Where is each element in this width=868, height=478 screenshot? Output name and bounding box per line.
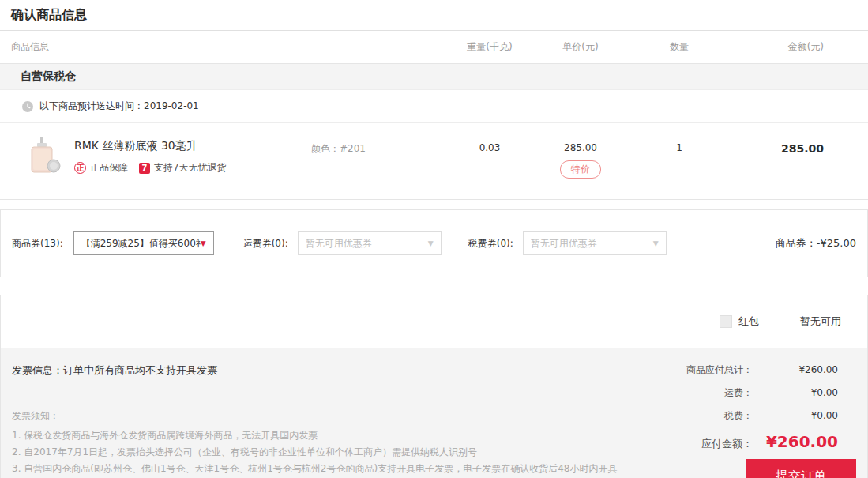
product-coupon-select[interactable]: 【满259减25】值得买600礼... ▼	[73, 231, 214, 255]
product-amount: 285.00	[731, 136, 846, 155]
payable-value: ¥260.00	[753, 432, 838, 451]
authentic-badge: 正 正品保障	[74, 161, 128, 175]
tax-coupon-select[interactable]: 暂无可用优惠券 ▼	[523, 231, 667, 255]
product-name[interactable]: RMK 丝薄粉底液 30毫升	[74, 139, 227, 153]
summary-subtotal-row: 商品应付总计： ¥260.00	[686, 363, 838, 386]
clock-icon	[22, 101, 33, 112]
tax-fee-label: 税费：	[724, 409, 753, 423]
redpacket-row: 红包 暂无可用	[1, 295, 867, 348]
redpacket-checkbox[interactable]	[720, 315, 732, 328]
product-info: RMK 丝薄粉底液 30毫升 正 正品保障 7 支持7天无忧退货	[74, 136, 227, 177]
order-summary: 商品应付总计： ¥260.00 运费： ¥0.00 税费： ¥0.00 应付金额…	[686, 363, 838, 455]
warehouse-section-title: 自营保税仓	[0, 64, 868, 90]
delivery-estimate-row: 以下商品预计送达时间：2019-02-01	[0, 90, 868, 123]
tax-coupon-label: 税费券(0):	[468, 237, 513, 250]
chevron-down-icon: ▼	[428, 239, 434, 247]
seven-day-icon: 7	[139, 163, 150, 174]
product-image[interactable]	[27, 136, 62, 177]
invoice-notes: 1. 保税仓发货商品与海外仓发货商品属跨境海外商品，无法开具国内发票 2. 自2…	[12, 427, 617, 478]
return-badge: 7 支持7天无忧退货	[139, 161, 227, 175]
shipping-fee-value: ¥0.00	[753, 387, 838, 398]
summary-shipping-row: 运费： ¥0.00	[686, 386, 838, 409]
col-header-qty: 数量	[628, 40, 731, 54]
chevron-down-icon: ▼	[201, 239, 206, 247]
subtotal-value: ¥260.00	[753, 364, 838, 375]
return-label: 支持7天无忧退货	[154, 161, 227, 175]
product-coupon-value: 【满259减25】值得买600礼...	[81, 237, 201, 250]
tax-fee-value: ¥0.00	[753, 410, 838, 421]
shipping-coupon-select[interactable]: 暂无可用优惠券 ▼	[298, 231, 442, 255]
spacer	[0, 200, 868, 209]
redpacket-label: 红包	[738, 314, 759, 329]
invoice-summary-section: 发票信息：订单中所有商品均不支持开具发票 发票须知： 1. 保税仓发货商品与海外…	[1, 348, 867, 478]
product-row: RMK 丝薄粉底液 30毫升 正 正品保障 7 支持7天无忧退货 颜色：#201…	[0, 123, 868, 200]
page-title: 确认商品信息	[11, 7, 857, 24]
product-weight: 0.03	[446, 136, 533, 153]
coupon-applied-amount: 商品券：-¥25.00	[776, 236, 856, 250]
invoice-notes-title: 发票须知：	[12, 409, 617, 423]
shipping-fee-label: 运费：	[724, 386, 753, 400]
submit-order-button[interactable]: 提交订单	[746, 459, 856, 478]
order-confirm-page: 确认商品信息 商品信息 重量(千克) 单价(元) 数量 金额(元) 自营保税仓 …	[0, 0, 868, 478]
product-cell: RMK 丝薄粉底液 30毫升 正 正品保障 7 支持7天无忧退货	[0, 136, 292, 177]
product-unit-price: 285.00	[533, 142, 628, 153]
table-header-row: 商品信息 重量(千克) 单价(元) 数量 金额(元)	[0, 31, 868, 64]
col-header-product: 商品信息	[0, 40, 292, 54]
col-header-price: 单价(元)	[533, 40, 628, 54]
product-quantity: 1	[628, 136, 731, 153]
warehouse-name: 自营保税仓	[21, 70, 76, 84]
special-price-tag: 特价	[560, 160, 601, 179]
invoice-note: 3. 自营国内仓商品(即苏州仓、佛山1号仓、天津1号仓、杭州1号仓与杭州2号仓的…	[12, 461, 617, 477]
spacer	[0, 277, 868, 295]
col-header-weight: 重量(千克)	[446, 40, 533, 54]
invoice-note: 2. 自2017年7月1日起，发票抬头选择公司（企业、有税号的非企业性单位和个体…	[12, 444, 617, 461]
authentic-icon: 正	[74, 162, 86, 174]
shipping-coupon-label: 运费券(0):	[243, 237, 288, 250]
page-header: 确认商品信息	[0, 0, 868, 31]
product-coupon-label: 商品券(13):	[12, 237, 63, 250]
payment-card: 红包 暂无可用 发票信息：订单中所有商品均不支持开具发票 发票须知： 1. 保税…	[0, 295, 868, 478]
payable-label: 应付金额：	[701, 437, 753, 451]
chevron-down-icon: ▼	[653, 239, 659, 247]
shipping-coupon-value: 暂无可用优惠券	[306, 237, 372, 250]
delivery-estimate-text: 以下商品预计送达时间：2019-02-01	[39, 100, 199, 113]
col-header-amount: 金额(元)	[731, 40, 846, 54]
subtotal-label: 商品应付总计：	[686, 363, 753, 377]
coupon-card: 商品券(13): 【满259减25】值得买600礼... ▼ 运费券(0): 暂…	[0, 209, 868, 277]
authentic-label: 正品保障	[90, 161, 128, 175]
tax-coupon-value: 暂无可用优惠券	[531, 237, 597, 250]
invoice-block: 发票信息：订单中所有商品均不支持开具发票 发票须知： 1. 保税仓发货商品与海外…	[12, 363, 617, 478]
invoice-note: 1. 保税仓发货商品与海外仓发货商品属跨境海外商品，无法开具国内发票	[12, 427, 617, 444]
product-price-cell: 285.00 特价	[533, 136, 628, 179]
summary-payable-row: 应付金额： ¥260.00	[686, 432, 838, 455]
invoice-info: 发票信息：订单中所有商品均不支持开具发票	[12, 363, 617, 378]
product-attr-color: 颜色：#201	[292, 136, 446, 156]
summary-tax-row: 税费： ¥0.00	[686, 409, 838, 432]
redpacket-status: 暂无可用	[800, 314, 841, 329]
product-badges: 正 正品保障 7 支持7天无忧退货	[74, 161, 227, 175]
